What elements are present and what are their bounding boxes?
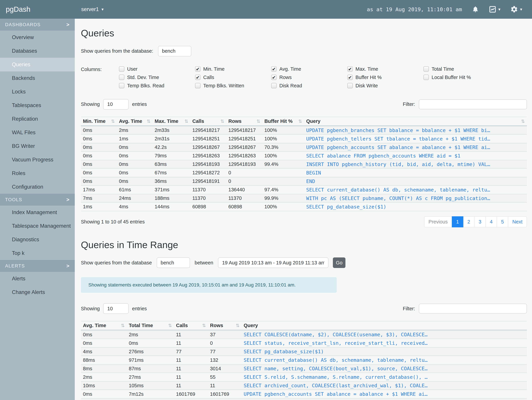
- query-link[interactable]: SELECT current_database() AS db, scheman…: [242, 356, 527, 364]
- pagination-page-5[interactable]: 5: [497, 216, 508, 227]
- checkbox-box[interactable]: [424, 75, 429, 80]
- query-link[interactable]: UPDATE pgbench_accounts SET abalance = a…: [242, 390, 527, 398]
- go-button[interactable]: Go: [333, 257, 345, 268]
- column-header-avg-time[interactable]: Avg. Time⇅: [81, 321, 127, 330]
- sidebar-item-queries[interactable]: Queries: [0, 58, 75, 71]
- database-input[interactable]: [158, 46, 191, 57]
- checkbox-box[interactable]: ✔: [271, 66, 277, 72]
- checkbox-disk-read[interactable]: Disk Read: [271, 83, 347, 89]
- query-link[interactable]: SELECT pg_database_size($1): [242, 347, 527, 356]
- query-link[interactable]: SELECT current_database() AS db, scheman…: [304, 185, 527, 194]
- checkbox-box[interactable]: [271, 83, 277, 88]
- page-size-input[interactable]: [103, 99, 129, 110]
- server-selector[interactable]: server1 ▾: [81, 6, 103, 13]
- charts-menu-button[interactable]: ▾: [489, 6, 500, 13]
- sidebar-item-bg-writer[interactable]: BG Writer: [0, 139, 75, 153]
- checkbox-box[interactable]: ✔: [195, 75, 201, 80]
- column-header-buffer-hit[interactable]: Buffer Hit %⇅: [262, 117, 304, 126]
- sidebar-item-backends[interactable]: Backends: [0, 71, 75, 85]
- sidebar-item-configuration[interactable]: Configuration: [0, 180, 75, 194]
- sidebar-section-alerts[interactable]: ALERTS >: [0, 260, 75, 272]
- sidebar-item-databases[interactable]: Databases: [0, 44, 75, 58]
- column-header-calls[interactable]: Calls⇅: [190, 117, 226, 126]
- checkbox-avg-time[interactable]: ✔ Avg. Time: [271, 66, 347, 72]
- column-header-calls[interactable]: Calls⇅: [174, 321, 208, 330]
- pagination-next[interactable]: Next: [508, 216, 527, 227]
- query-link[interactable]: UPDATE pgbench_tellers SET tbalance = tb…: [304, 135, 527, 143]
- database-input[interactable]: [157, 257, 190, 268]
- sidebar-item-vacuum-progress[interactable]: Vacuum Progress: [0, 153, 75, 166]
- query-link[interactable]: END: [304, 177, 527, 185]
- checkbox-box[interactable]: [424, 66, 429, 72]
- checkbox-user[interactable]: User: [119, 66, 195, 72]
- column-header-query[interactable]: Query⇅: [304, 117, 527, 126]
- query-link[interactable]: SELECT status, receive_start_lsn, receiv…: [242, 339, 527, 347]
- pagination-page-4[interactable]: 4: [485, 216, 497, 227]
- column-header-avg-time[interactable]: Avg. Time⇅: [117, 117, 152, 126]
- column-header-min-time[interactable]: Min. Time⇅: [81, 117, 117, 126]
- query-link[interactable]: UPDATE pgbench_branches SET bbalance = b…: [304, 126, 527, 135]
- checkbox-box[interactable]: ✔: [195, 66, 201, 72]
- checkbox-box[interactable]: ✔: [271, 75, 277, 80]
- query-link[interactable]: UPDATE pgbench_accounts SET abalance = a…: [304, 143, 527, 152]
- time-range-input[interactable]: [218, 257, 329, 268]
- sidebar-section-tools[interactable]: TOOLS >: [0, 194, 75, 206]
- sidebar-item-alerts[interactable]: Alerts: [0, 272, 75, 286]
- checkbox-box[interactable]: [119, 83, 124, 88]
- pagination-previous[interactable]: Previous: [424, 216, 452, 227]
- checkbox-min-time[interactable]: ✔ Min. Time: [195, 66, 271, 72]
- checkbox-disk-write[interactable]: Disk Write: [347, 83, 424, 89]
- settings-menu-button[interactable]: ▾: [510, 6, 522, 13]
- page-size-input[interactable]: [103, 303, 129, 314]
- query-link[interactable]: SELECT name, setting, COALESCE(boot_val,…: [242, 364, 527, 373]
- checkbox-box[interactable]: ✔: [347, 75, 353, 80]
- query-link[interactable]: SELECT S.relid, S.schemaname, S.relname,…: [242, 373, 527, 381]
- checkbox-box[interactable]: [119, 75, 124, 80]
- checkbox-temp-blks-written[interactable]: Temp Blks. Written: [195, 83, 271, 89]
- sidebar-item-index-management[interactable]: Index Management: [0, 206, 75, 219]
- filter-input[interactable]: [419, 304, 527, 313]
- pagination-page-2[interactable]: 2: [463, 216, 475, 227]
- notifications-button[interactable]: [472, 6, 479, 13]
- sidebar-item-change-alerts[interactable]: Change Alerts: [0, 286, 75, 299]
- query-link[interactable]: SELECT pg_database_size($1): [304, 203, 527, 211]
- sidebar-section-dashboards[interactable]: DASHBOARDS >: [0, 19, 75, 31]
- sidebar-item-tablespaces[interactable]: Tablespaces: [0, 99, 75, 112]
- checkbox-calls[interactable]: ✔ Calls: [195, 75, 271, 80]
- query-link[interactable]: INSERT INTO pgbench_history (tid, bid, a…: [304, 160, 527, 169]
- checkbox-box[interactable]: [119, 66, 124, 72]
- sidebar-item-wal-files[interactable]: WAL Files: [0, 126, 75, 139]
- checkbox-box[interactable]: ✔: [347, 66, 353, 72]
- query-link[interactable]: SELECT archived_count, COALESCE(last_arc…: [242, 381, 527, 390]
- checkbox-local-buffer-hit[interactable]: Local Buffer Hit %: [424, 75, 500, 80]
- checkbox-temp-blks-read[interactable]: Temp Blks. Read: [119, 83, 195, 89]
- pagination-page-1[interactable]: 1: [452, 216, 463, 227]
- sidebar-item-replication[interactable]: Replication: [0, 112, 75, 126]
- sidebar-item-locks[interactable]: Locks: [0, 85, 75, 99]
- checkbox-total-time[interactable]: Total Time: [424, 66, 500, 72]
- column-header-total-time[interactable]: Total Time⇅: [127, 321, 174, 330]
- filter-input[interactable]: [419, 99, 527, 109]
- sidebar-item-overview[interactable]: Overview: [0, 31, 75, 44]
- query-link[interactable]: WITH pc AS (SELECT pubname, COUNT(*) AS …: [304, 194, 527, 203]
- query-link[interactable]: BEGIN: [304, 169, 527, 177]
- pagination-page-3[interactable]: 3: [474, 216, 486, 227]
- column-header-rows[interactable]: Rows⇅: [226, 117, 262, 126]
- query-link[interactable]: SELECT pg_table_size($1): [242, 398, 527, 400]
- sidebar-item-roles[interactable]: Roles: [0, 166, 75, 180]
- query-link[interactable]: SELECT COALESCE(datname, $2), COALESCE(u…: [242, 330, 527, 339]
- sidebar-item-diagnostics[interactable]: Diagnostics: [0, 233, 75, 246]
- checkbox-std-dev-time[interactable]: Std. Dev. Time: [119, 75, 195, 80]
- checkbox-buffer-hit[interactable]: ✔ Buffer Hit %: [347, 75, 424, 80]
- sidebar-item-top-k[interactable]: Top k: [0, 246, 75, 260]
- cell-avg-time: 4ms: [117, 203, 152, 211]
- column-header-query[interactable]: Query: [242, 321, 527, 330]
- column-header-rows[interactable]: Rows⇅: [208, 321, 242, 330]
- checkbox-box[interactable]: [195, 83, 201, 88]
- checkbox-box[interactable]: [347, 83, 353, 88]
- column-header-max-time[interactable]: Max. Time⇅: [152, 117, 190, 126]
- query-link[interactable]: SELECT abalance FROM pgbench_accounts WH…: [304, 152, 527, 160]
- checkbox-rows[interactable]: ✔ Rows: [271, 75, 347, 80]
- sidebar-item-tablespace-management[interactable]: Tablespace Management: [0, 219, 75, 233]
- checkbox-max-time[interactable]: ✔ Max. Time: [347, 66, 424, 72]
